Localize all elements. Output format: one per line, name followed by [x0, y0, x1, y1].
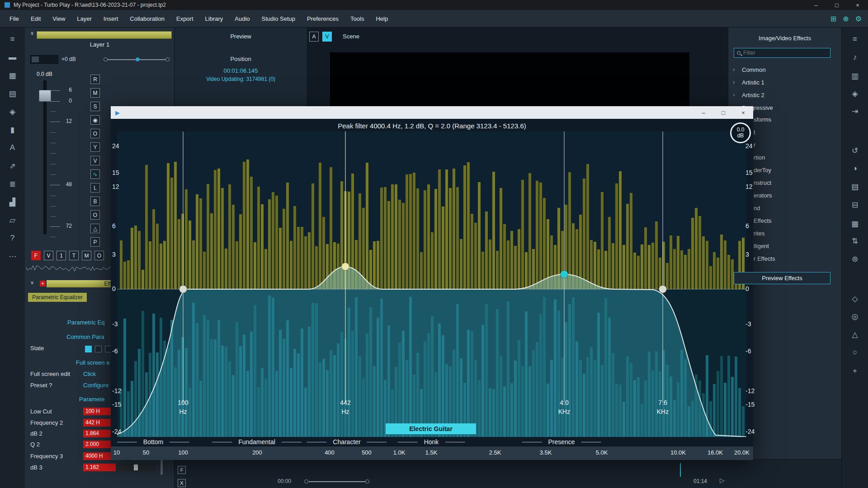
gain-box[interactable] — [30, 55, 58, 64]
menu-item-studio-setup[interactable]: Studio Setup — [256, 10, 301, 27]
dialog-close-button[interactable]: × — [733, 106, 753, 119]
fx-m-button[interactable]: M — [82, 251, 91, 260]
transition-icon[interactable]: ⇥ — [846, 103, 864, 119]
minimize-button[interactable]: – — [806, 0, 826, 10]
wand-icon[interactable]: ⇗ — [4, 157, 22, 175]
levels-icon[interactable]: ▮ — [4, 121, 22, 139]
record-icon[interactable]: ◎ — [846, 309, 864, 324]
pan-slider-dot[interactable] — [165, 57, 170, 61]
effects-filter-box[interactable] — [734, 48, 830, 58]
menu-item-audio[interactable]: Audio — [229, 10, 255, 27]
menu-item-layer[interactable]: Layer — [71, 10, 98, 27]
monitor-icon[interactable]: ⊟ — [846, 197, 864, 212]
more-icon[interactable]: ⋯ — [4, 247, 22, 265]
audio-toggle-button[interactable]: A — [309, 32, 319, 42]
fx-f-button[interactable]: F — [31, 251, 41, 260]
effects-category-occluded[interactable]: rtion — [754, 154, 765, 161]
filter-input[interactable] — [743, 50, 827, 56]
visibility-eye-button[interactable]: ◉ — [90, 115, 100, 125]
effects-category-occluded[interactable]: rites — [754, 230, 765, 237]
list-icon[interactable]: ≣ — [4, 175, 22, 193]
effect-track-bar[interactable]: Eff — [47, 280, 112, 287]
chart-icon[interactable]: ▟ — [4, 193, 22, 211]
menu-icon[interactable]: ≡ — [4, 30, 22, 48]
grid-icon[interactable]: ▦ — [4, 66, 22, 84]
timeline-range-handle[interactable] — [365, 479, 369, 483]
mute-button[interactable]: M — [90, 88, 100, 98]
history-icon[interactable]: ↺ — [846, 143, 864, 158]
pan-slider-handle[interactable] — [136, 57, 140, 61]
y-button[interactable]: Y — [90, 142, 100, 152]
menu-item-preferences[interactable]: Preferences — [301, 10, 344, 27]
diamond-icon[interactable]: ◇ — [846, 291, 864, 306]
menu-item-edit[interactable]: Edit — [25, 10, 47, 27]
equalizer-icon[interactable]: ▥ — [846, 68, 864, 84]
eq-point-handle[interactable] — [342, 263, 349, 271]
fx-1-button[interactable]: 1 — [57, 251, 66, 260]
sparkle-icon[interactable]: ◈ — [846, 86, 864, 101]
solo-button[interactable]: S — [90, 102, 100, 111]
menu-item-insert[interactable]: Insert — [98, 10, 124, 27]
effects-category-artistic-1[interactable]: ›Artistic 1 — [728, 78, 841, 89]
pan-slider-dot[interactable] — [104, 57, 108, 61]
b-button[interactable]: B — [90, 197, 100, 206]
common-params-link[interactable]: Common Para — [66, 333, 104, 340]
output-button[interactable]: O — [90, 129, 100, 138]
frame-icon[interactable]: ▤ — [846, 179, 864, 194]
effects-category-occluded[interactable]: sforms — [754, 116, 771, 123]
folder-icon[interactable]: ▱ — [4, 211, 22, 229]
fx-o-button[interactable]: O — [94, 251, 104, 260]
effects-category-occluded[interactable]: nd — [754, 205, 760, 211]
triangle-button[interactable]: △ — [90, 224, 100, 233]
target-icon[interactable]: ⊚ — [846, 251, 864, 267]
play-icon[interactable]: ▷ — [720, 477, 725, 484]
triangle-icon[interactable]: △ — [846, 327, 864, 342]
timeline-range-bar[interactable] — [309, 481, 365, 482]
fx-t-button[interactable]: T — [69, 251, 79, 260]
param-value-db-3[interactable]: 1.162 — [83, 464, 156, 471]
menu-item-file[interactable]: File — [4, 10, 25, 27]
gain-knob[interactable]: 0.0 dB — [730, 122, 751, 143]
preview-effects-button[interactable]: Preview Effects — [734, 272, 830, 284]
parameters-header-link[interactable]: Paramete — [79, 396, 104, 403]
collapse-chevron-icon[interactable]: ∨ — [30, 30, 34, 36]
effects-category-artistic-2[interactable]: ›Artistic 2 — [728, 90, 841, 101]
maximize-button[interactable]: □ — [826, 0, 847, 10]
l-button[interactable]: L — [90, 183, 100, 192]
eq-curve-button[interactable]: ∿ — [90, 169, 100, 179]
state-checkbox[interactable] — [95, 346, 102, 352]
eq-point-handle[interactable] — [561, 271, 568, 278]
effects-category-occluded[interactable]: erators — [754, 192, 772, 199]
eq-point-handle[interactable] — [179, 286, 187, 293]
effects-icon[interactable]: ◈ — [4, 103, 22, 121]
menu-item-collaboration[interactable]: Collaboration — [124, 10, 170, 27]
menu-icon[interactable]: ≡ — [846, 32, 864, 47]
effects-category-occluded[interactable]: t — [754, 129, 755, 136]
media-icon[interactable]: ▬ — [4, 48, 22, 66]
timeline-x-button[interactable]: X — [178, 479, 186, 487]
fx-v-button[interactable]: V — [44, 251, 53, 260]
timeline-range-handle[interactable] — [304, 479, 308, 483]
scene-label[interactable]: Scene — [343, 33, 359, 40]
timeline-playhead[interactable] — [680, 463, 681, 477]
layer-color-bar[interactable] — [37, 31, 172, 39]
eq-spectrum-display[interactable] — [117, 131, 746, 437]
fullscreen-edit-click[interactable]: Click — [83, 371, 96, 377]
v-button[interactable]: V — [90, 156, 100, 165]
text-tool-icon[interactable]: A — [4, 139, 22, 157]
circle-icon[interactable]: ○ — [846, 345, 864, 360]
dialog-minimize-button[interactable]: – — [693, 106, 713, 119]
timeline-f-button[interactable]: F — [178, 466, 186, 474]
preset-configure-link[interactable]: Configure — [83, 382, 108, 389]
close-button[interactable]: × — [847, 0, 868, 10]
settings-gear-icon[interactable]: ⚙ — [855, 14, 862, 23]
menu-item-view[interactable]: View — [47, 10, 71, 27]
plugin-icon[interactable]: ⊞ — [830, 14, 836, 23]
help-icon[interactable]: ? — [4, 229, 22, 247]
volume-fader-track[interactable] — [43, 80, 47, 234]
contrast-icon[interactable]: ◑ — [846, 161, 864, 176]
document-icon[interactable]: ▤ — [4, 84, 22, 103]
fullscreen-link[interactable]: Full screen e — [76, 359, 109, 366]
menu-item-library[interactable]: Library — [199, 10, 229, 27]
dialog-maximize-button[interactable]: □ — [713, 106, 733, 119]
